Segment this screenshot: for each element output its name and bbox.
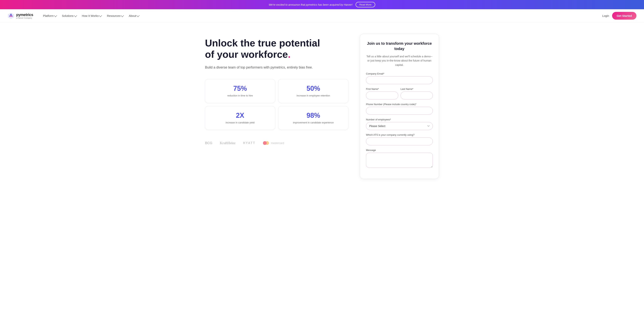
employees-select[interactable]: Please Select 1-50 51-200 201-500 501-10… <box>366 122 433 130</box>
form-title: Join us to transform your workforce toda… <box>366 41 433 51</box>
ats-group: Which ATS is your company currently usin… <box>366 134 433 145</box>
announcement-text: We're excited to announce that pymetrics… <box>269 3 352 6</box>
chevron-down-icon <box>136 14 140 17</box>
nav-about[interactable]: About <box>126 13 141 19</box>
left-section: Unlock the true potential of your workfo… <box>205 34 348 145</box>
hyatt-logo: HYATT <box>243 141 255 145</box>
stat-label: improvement in candidate experience <box>283 121 344 124</box>
logo[interactable]: pymetrics a Harver Company <box>8 12 33 19</box>
stat-value: 50% <box>283 84 344 92</box>
company-email-label: Company Email* <box>366 72 433 75</box>
svg-point-1 <box>10 14 12 15</box>
mastercard-logo: mastercard <box>263 141 284 145</box>
phone-label: Phone Number (Please include country cod… <box>366 103 433 106</box>
get-started-button[interactable]: Get Started <box>612 12 636 20</box>
ats-input[interactable] <box>366 138 433 145</box>
logo-text: pymetrics a Harver Company <box>16 13 33 19</box>
bcg-logo: BCG <box>205 141 212 145</box>
first-name-label: First Name* <box>366 88 398 90</box>
chevron-down-icon <box>74 14 77 17</box>
stat-value: 2X <box>210 112 270 120</box>
message-textarea[interactable] <box>366 153 433 168</box>
stat-card-retention: 50% increase in employee retention <box>278 79 348 103</box>
hero-title: Unlock the true potential of your workfo… <box>205 38 348 60</box>
phone-input[interactable] <box>366 107 433 115</box>
message-group: Message <box>366 149 433 168</box>
name-row: First Name* Last Name* <box>366 88 433 100</box>
message-label: Message <box>366 149 433 152</box>
stat-label: increase in employee retention <box>283 94 344 98</box>
form-description: Tell us a little about yourself and we'l… <box>366 54 433 67</box>
brand-logos: BCG KraftHeinz HYATT mastercard <box>205 141 348 145</box>
employees-label: Number of employees* <box>366 118 433 121</box>
nav-resources[interactable]: Resources <box>104 13 126 19</box>
pymetrics-logo-icon <box>8 12 14 19</box>
read-more-button[interactable]: Read More <box>356 2 375 7</box>
last-name-label: Last Name* <box>400 88 433 90</box>
main-content: Unlock the true potential of your workfo… <box>190 22 454 186</box>
first-name-input[interactable] <box>366 92 398 100</box>
nav-platform[interactable]: Platform <box>41 13 59 19</box>
nav-solutions[interactable]: Solutions <box>60 13 79 19</box>
company-email-input[interactable] <box>366 76 433 84</box>
stat-value: 98% <box>283 112 344 120</box>
phone-group: Phone Number (Please include country cod… <box>366 103 433 115</box>
nav-how-it-works[interactable]: How It Works <box>80 13 104 19</box>
first-name-group: First Name* <box>366 88 398 100</box>
right-section: Join us to transform your workforce toda… <box>360 34 439 179</box>
stat-card-time-to-hire: 75% reduction in time to hire <box>205 79 275 103</box>
last-name-group: Last Name* <box>400 88 433 100</box>
nav-actions: Login Get Started <box>602 12 636 20</box>
stat-card-candidate-yield: 2X increase in candidate yield <box>205 106 275 130</box>
contact-form-card: Join us to transform your workforce toda… <box>360 34 439 179</box>
chevron-down-icon <box>99 14 102 17</box>
ats-label: Which ATS is your company currently usin… <box>366 134 433 136</box>
nav-links: Platform Solutions How It Works Resource… <box>41 13 602 19</box>
mastercard-circles-icon <box>263 141 269 145</box>
login-button[interactable]: Login <box>602 14 609 17</box>
stat-label: increase in candidate yield <box>210 121 270 124</box>
last-name-input[interactable] <box>400 92 433 100</box>
hero-subtitle: Build a diverse team of top performers w… <box>205 65 348 70</box>
chevron-down-icon <box>54 14 57 17</box>
navbar: pymetrics a Harver Company Platform Solu… <box>0 9 644 22</box>
stat-card-experience: 98% improvement in candidate experience <box>278 106 348 130</box>
hero-dot: . <box>288 49 290 60</box>
chevron-down-icon <box>121 14 124 17</box>
employees-group: Number of employees* Please Select 1-50 … <box>366 118 433 130</box>
stats-grid: 75% reduction in time to hire 50% increa… <box>205 79 348 130</box>
stat-value: 75% <box>210 84 270 92</box>
announcement-bar: We're excited to announce that pymetrics… <box>0 0 644 9</box>
kraftheinz-logo: KraftHeinz <box>220 141 236 145</box>
company-email-group: Company Email* <box>366 72 433 84</box>
stat-label: reduction in time to hire <box>210 94 270 98</box>
